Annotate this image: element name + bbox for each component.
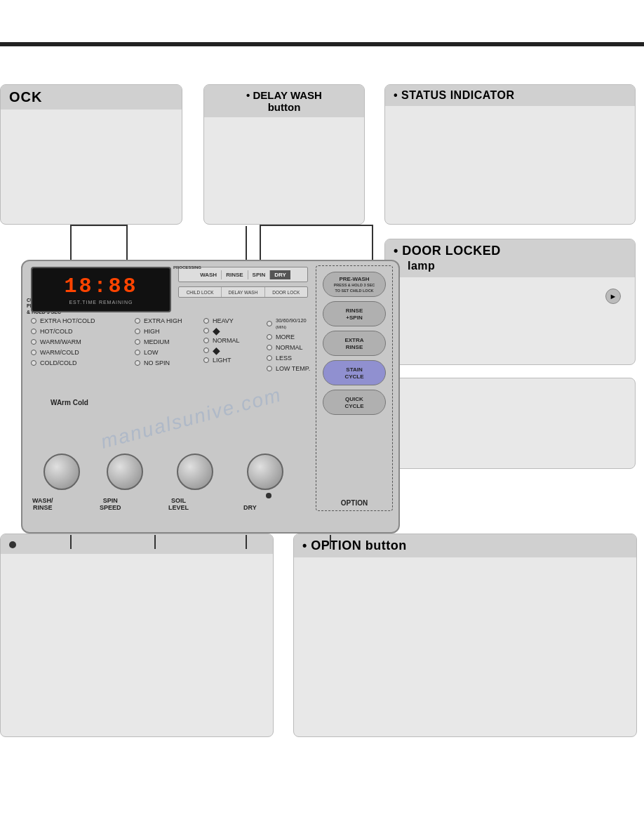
panel-lock: OCK bbox=[0, 84, 182, 225]
radio-heavy[interactable] bbox=[203, 318, 209, 324]
radio-low[interactable] bbox=[135, 350, 140, 355]
wash-opt-warmcold: WARM/COLD bbox=[31, 349, 129, 356]
panel-delay-title: DELAY WASH bbox=[253, 89, 322, 101]
panel-delay-subtitle: button bbox=[268, 101, 301, 113]
dry-dot-indicator bbox=[266, 493, 271, 498]
dial-soil-level[interactable] bbox=[177, 454, 213, 490]
dial-dry[interactable] bbox=[247, 454, 283, 490]
panel-door-bullet: • bbox=[394, 244, 398, 258]
wash-opt-hot: HOT/COLD bbox=[31, 328, 129, 335]
radio-soil-4[interactable] bbox=[203, 348, 209, 353]
radio-hot[interactable] bbox=[31, 329, 36, 334]
stain-cycle-button[interactable]: STAIN CYCLE bbox=[323, 360, 386, 385]
warmcold-label: WArm Cold bbox=[51, 399, 88, 406]
conn-line-b2 bbox=[154, 535, 156, 549]
play-icon: ► bbox=[605, 289, 621, 304]
radio-warmwarm[interactable] bbox=[31, 339, 36, 345]
display-label: EST.TIME REMAINING bbox=[69, 300, 133, 305]
display-time: 18:88 bbox=[64, 274, 137, 298]
wash-opt-extrahot: EXTRA HOT/COLD bbox=[31, 317, 129, 324]
dry-normal: NORMAL bbox=[267, 344, 323, 351]
panel-lock-header: OCK bbox=[1, 85, 182, 110]
conn-line-delay bbox=[246, 226, 247, 261]
panel-bottom-left bbox=[0, 534, 274, 737]
conn-line-b1 bbox=[70, 535, 72, 549]
dial-spin-speed[interactable] bbox=[107, 454, 143, 490]
panel-door-header: • DOOR LOCKED lamp bbox=[385, 239, 635, 277]
radio-coldcold[interactable] bbox=[31, 360, 36, 366]
dial-spin-speed-label: SPINSPEED bbox=[100, 497, 121, 511]
panel-delay: • DELAY WASH button bbox=[203, 84, 365, 225]
prewash-button[interactable]: PRE-WASH PRESS & HOLD 3 SEC TO SET CHILD… bbox=[323, 272, 386, 297]
radio-dry-normal[interactable] bbox=[267, 345, 272, 350]
panel-lock-title: OCK bbox=[9, 89, 42, 105]
dry-time: 30/60/90/120(MIN) bbox=[267, 317, 323, 330]
proc-wash: WASH bbox=[196, 270, 222, 279]
conn-line-3 bbox=[260, 225, 261, 263]
conn-line-h2 bbox=[260, 225, 373, 226]
processing-label: PROCESSING bbox=[173, 265, 201, 270]
panel-delay-bullet: • bbox=[246, 89, 250, 101]
dial-soil-level-label: SOILLEVEL bbox=[168, 497, 189, 511]
radio-soil-2[interactable] bbox=[203, 328, 209, 333]
radio-extrahigh[interactable] bbox=[135, 318, 140, 324]
extra-rinse-button[interactable]: EXTRA RINSE bbox=[323, 331, 386, 356]
proc-spin: SPIN bbox=[248, 270, 271, 279]
conn-line-2 bbox=[126, 225, 128, 263]
cl-doorlock[interactable]: DOOR LOCK bbox=[265, 287, 307, 297]
rinse-spin-button[interactable]: RINSE +SPIN bbox=[323, 301, 386, 326]
panel-status-bullet: • bbox=[394, 89, 398, 101]
spin-nospin: NO SPIN bbox=[135, 359, 198, 366]
conn-line-b3 bbox=[246, 535, 247, 549]
radio-more[interactable] bbox=[267, 334, 272, 340]
option-label: OPTION bbox=[316, 499, 392, 507]
dry-lowtemp: LOW TEMP. bbox=[267, 365, 323, 372]
panel-option-header: • OPTION button bbox=[294, 534, 636, 557]
panel-bottom-left-header bbox=[1, 534, 273, 554]
panel-door-title: DOOR LOCKED bbox=[402, 244, 501, 258]
dry-more: MORE bbox=[267, 333, 323, 340]
radio-extrahot[interactable] bbox=[31, 318, 36, 324]
wash-opt-warmwarm: WARM/WARM bbox=[31, 338, 129, 345]
radio-light[interactable] bbox=[203, 357, 209, 363]
radio-warmcold[interactable] bbox=[31, 350, 36, 355]
soil-normal: NORMAL bbox=[203, 337, 267, 344]
dial-wash-rinse[interactable] bbox=[43, 454, 80, 490]
panel-status: • STATUS INDICATOR bbox=[384, 84, 636, 225]
panel-option: • OPTION button bbox=[293, 534, 637, 737]
radio-nospin[interactable] bbox=[135, 360, 140, 366]
wash-options: EXTRA HOT/COLD HOT/COLD WARM/WARM WARM/C… bbox=[31, 317, 129, 370]
top-bar bbox=[0, 42, 644, 46]
radio-lowtemp[interactable] bbox=[267, 366, 272, 371]
panel-option-bullet: • bbox=[302, 538, 307, 552]
soil-dot2: ◆ bbox=[203, 348, 267, 353]
panel-small-right-content bbox=[385, 378, 635, 405]
childlock-row: CHILD LOCK DELAY WASH DOOR LOCK bbox=[178, 286, 308, 298]
soil-options: HEAVY ◆ NORMAL ◆ LIGHT bbox=[203, 317, 267, 367]
panel-option-title: OPTION button bbox=[311, 538, 406, 552]
dry-less: LESS bbox=[267, 355, 323, 362]
spin-low: LOW bbox=[135, 349, 198, 356]
cl-delaywash[interactable]: DELAY WASH bbox=[222, 287, 264, 297]
dry-options: 30/60/90/120(MIN) MORE NORMAL LESS LOW T… bbox=[267, 317, 323, 376]
panel-door-content: ► bbox=[385, 277, 635, 289]
soil-dot1: ◆ bbox=[203, 328, 267, 333]
spin-high: HIGH bbox=[135, 328, 198, 335]
soil-light: LIGHT bbox=[203, 357, 267, 364]
spin-options: EXTRA HIGH HIGH MEDIUM LOW NO SPIN bbox=[135, 317, 198, 370]
panel-small-right bbox=[384, 378, 636, 469]
panel-status-title: STATUS INDICATOR bbox=[401, 89, 514, 101]
conn-line-4 bbox=[372, 225, 373, 263]
panel-delay-header: • DELAY WASH button bbox=[204, 85, 364, 117]
radio-high[interactable] bbox=[135, 329, 140, 334]
radio-less[interactable] bbox=[267, 355, 272, 361]
wash-opt-coldcold: COLD/COLD bbox=[31, 359, 129, 366]
cl-childlock[interactable]: CHILD LOCK bbox=[179, 287, 222, 297]
quick-cycle-button[interactable]: QUICK CYCLE bbox=[323, 390, 386, 415]
proc-dry: DRY bbox=[270, 270, 290, 279]
radio-medium[interactable] bbox=[135, 339, 140, 345]
spin-medium: MEDIUM bbox=[135, 338, 198, 345]
radio-dry-time[interactable] bbox=[267, 321, 272, 326]
proc-rinse: RINSE bbox=[222, 270, 248, 279]
radio-normal[interactable] bbox=[203, 338, 209, 343]
